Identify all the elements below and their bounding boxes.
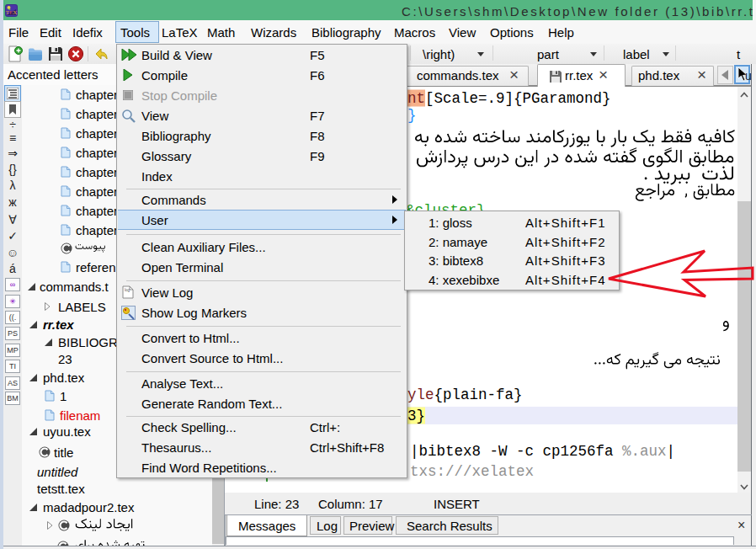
svg-text:log: log — [125, 288, 130, 292]
svg-text:TEX: TEX — [6, 9, 18, 16]
